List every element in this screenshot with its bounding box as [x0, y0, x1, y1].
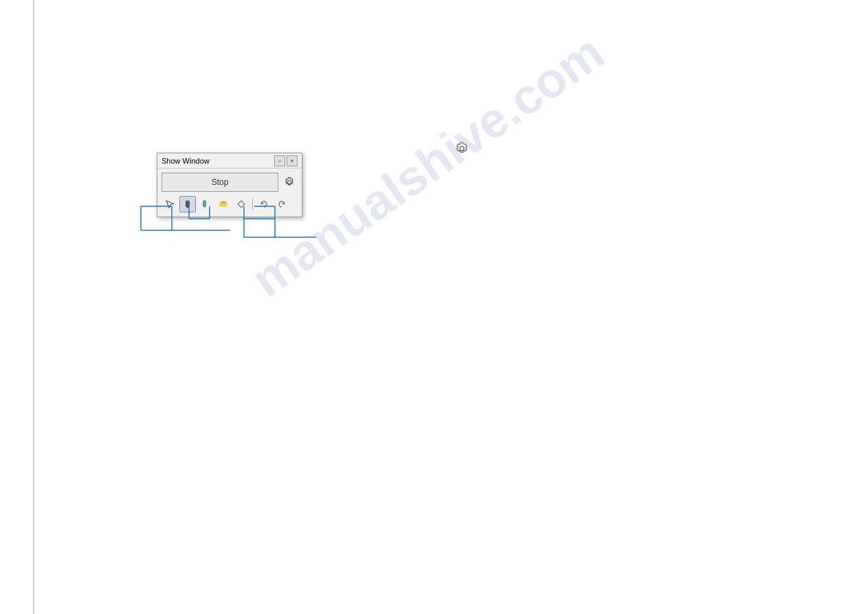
left-border — [33, 0, 34, 614]
gear-icon-float — [454, 141, 469, 160]
annotation-lines — [137, 193, 323, 275]
stop-button[interactable]: Stop — [162, 173, 278, 192]
dialog-title: Show Window — [162, 157, 210, 165]
minimize-button[interactable]: − — [274, 155, 285, 166]
settings-button[interactable] — [281, 173, 298, 192]
svg-point-0 — [288, 181, 291, 184]
dialog-titlebar: Show Window − × — [157, 153, 302, 168]
close-button[interactable]: × — [287, 155, 298, 166]
stop-row: Stop — [162, 173, 298, 192]
settings-gear-icon — [284, 177, 295, 188]
dialog-controls: − × — [274, 155, 298, 166]
